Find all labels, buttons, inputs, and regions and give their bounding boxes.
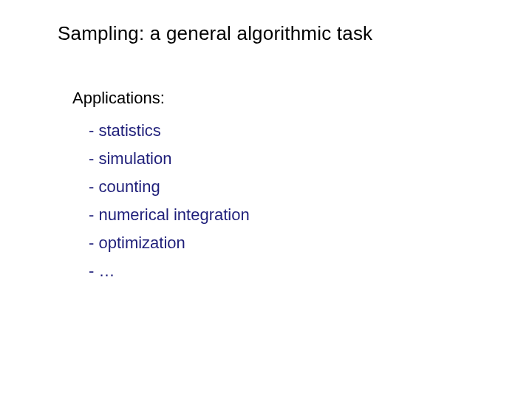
list-item: - counting (89, 179, 250, 195)
list-item: - statistics (89, 123, 250, 139)
list-item: - … (89, 263, 250, 279)
list-item: - numerical integration (89, 207, 250, 223)
applications-heading: Applications: (72, 89, 165, 108)
slide-container: Sampling: a general algorithmic task App… (0, 0, 532, 399)
slide-title: Sampling: a general algorithmic task (58, 22, 372, 45)
applications-list: - statistics - simulation - counting - n… (89, 123, 250, 291)
list-item: - simulation (89, 151, 250, 167)
list-item: - optimization (89, 235, 250, 251)
